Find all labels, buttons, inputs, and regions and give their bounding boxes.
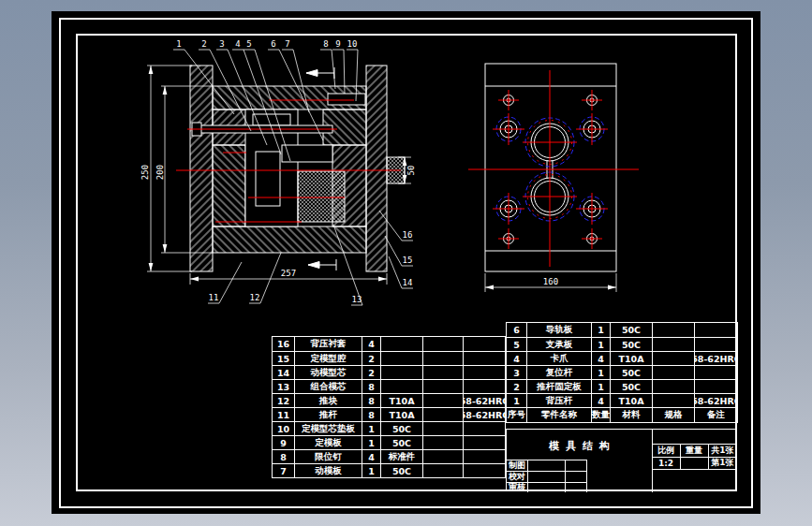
table-cell: 推杆 — [294, 408, 362, 421]
table-cell — [652, 323, 694, 337]
table-cell: 9 — [273, 436, 294, 449]
table-cell: 零件名称 — [526, 408, 591, 422]
table-cell: T10A — [380, 394, 422, 407]
parts-table-left: 16背压衬套415定模型腔214动模型芯213组合模芯812推块8T10A58-… — [272, 336, 506, 478]
sheet-number: 第1张 — [708, 457, 737, 469]
table-cell: 8 — [362, 408, 380, 421]
table-cell — [652, 380, 694, 393]
table-row: 8限位钉4标准件 — [273, 449, 505, 463]
table-cell — [422, 436, 463, 449]
callout-10: 10 — [347, 39, 358, 49]
table-cell: 1 — [362, 464, 380, 477]
table-cell: 动模型芯 — [294, 366, 362, 379]
table-cell: 定模型芯垫板 — [294, 422, 362, 435]
table-cell: 11 — [273, 408, 294, 421]
table-cell: 50C — [610, 338, 652, 351]
table-cell: T10A — [610, 394, 652, 407]
callout-6: 6 — [271, 39, 275, 49]
table-row: 10定模型芯垫板150C — [273, 421, 505, 435]
table-cell — [463, 337, 505, 351]
grid-line — [586, 460, 587, 492]
table-cell: 卡爪 — [526, 352, 591, 365]
parts-table-right-rows: 6导轨板150C5支承板150C4卡爪4T10A58-62HRC3复位杆150C… — [507, 323, 737, 407]
table-cell — [463, 436, 505, 449]
table-cell: 1 — [591, 323, 610, 337]
table-cell: 材料 — [610, 408, 652, 422]
table-cell: 推杆固定板 — [526, 380, 591, 393]
table-cell — [380, 380, 422, 393]
table-cell: 58-62HRC — [463, 408, 505, 421]
table-row: 11推杆8T10A58-62HRC — [273, 407, 505, 421]
table-cell: 50C — [610, 380, 652, 393]
table-row: 2推杆固定板150C — [507, 379, 737, 393]
table-cell: 8 — [362, 394, 380, 407]
grid-line — [652, 469, 737, 470]
table-cell: T10A — [380, 408, 422, 421]
table-cell: 2 — [362, 352, 380, 365]
plan-centerlines — [468, 70, 639, 267]
table-cell — [652, 338, 694, 351]
table-cell: 序号 — [507, 408, 526, 422]
table-cell: 58-62HRC — [463, 394, 505, 407]
callout-5: 5 — [246, 39, 251, 49]
table-cell: 4 — [362, 450, 380, 463]
drawing-canvas: 250 200 257 50 1 2 3 4 5 — [52, 11, 760, 514]
table-cell: T10A — [610, 352, 652, 365]
parts-table-right-header: 序号零件名称数量材料规格备注 — [507, 407, 737, 422]
table-cell: 58-62HRC — [694, 352, 737, 365]
table-cell: 5 — [507, 338, 526, 351]
table-cell: 定模板 — [294, 436, 362, 449]
table-row: 1背压杆4T10A58-62HRC — [507, 393, 737, 407]
table-cell: 13 — [273, 380, 294, 393]
table-cell: 8 — [273, 450, 294, 463]
table-cell: 1 — [591, 366, 610, 379]
table-cell: 50C — [380, 436, 422, 449]
proof-label: 校对 — [507, 471, 527, 482]
table-cell — [463, 422, 505, 435]
table-cell: 背压衬套 — [294, 337, 362, 351]
table-cell: 支承板 — [526, 338, 591, 351]
table-row: 13组合模芯8 — [273, 379, 505, 393]
table-cell — [652, 394, 694, 407]
table-row: 16背压衬套4 — [273, 337, 505, 351]
table-cell: 2 — [507, 380, 526, 393]
callout-8: 8 — [323, 39, 328, 49]
audit-label: 审核 — [507, 482, 527, 492]
table-cell — [422, 337, 463, 351]
table-row: 15定模型腔2 — [273, 351, 505, 365]
callout-11: 11 — [209, 293, 219, 302]
table-row: 9定模板150C — [273, 435, 505, 449]
table-cell: 导轨板 — [526, 323, 591, 337]
table-row: 6导轨板150C — [507, 323, 737, 337]
table-cell — [463, 450, 505, 463]
table-cell: 1 — [507, 394, 526, 407]
dim-width: 257 — [281, 269, 296, 278]
table-cell: 规格 — [652, 408, 694, 422]
table-cell: 4 — [362, 337, 380, 351]
table-cell: 组合模芯 — [294, 380, 362, 393]
table-cell: 1 — [591, 380, 610, 393]
table-cell: 1 — [362, 422, 380, 435]
table-cell: 动模板 — [294, 464, 362, 477]
table-cell: 限位钉 — [294, 450, 362, 463]
table-cell — [463, 366, 505, 379]
table-row: 7动模板150C — [273, 463, 505, 477]
table-cell: 1 — [362, 436, 380, 449]
table-cell — [422, 408, 463, 421]
table-cell: 50C — [380, 464, 422, 477]
table-cell: 7 — [273, 464, 294, 477]
table-cell: 50C — [380, 422, 422, 435]
table-row: 12推块8T10A58-62HRC — [273, 393, 505, 407]
table-row: 3复位杆150C — [507, 365, 737, 379]
drawn-label: 制图 — [507, 460, 527, 471]
table-cell: 15 — [273, 352, 294, 365]
table-cell: 4 — [507, 352, 526, 365]
table-cell — [422, 352, 463, 365]
callout-9: 9 — [335, 39, 340, 49]
table-cell: 6 — [507, 323, 526, 337]
table-cell: 10 — [273, 422, 294, 435]
dim-boss: 50 — [406, 166, 416, 176]
table-cell: 12 — [273, 394, 294, 407]
table-cell: 14 — [273, 366, 294, 379]
parts-table-right: 6导轨板150C5支承板150C4卡爪4T10A58-62HRC3复位杆150C… — [506, 322, 738, 423]
